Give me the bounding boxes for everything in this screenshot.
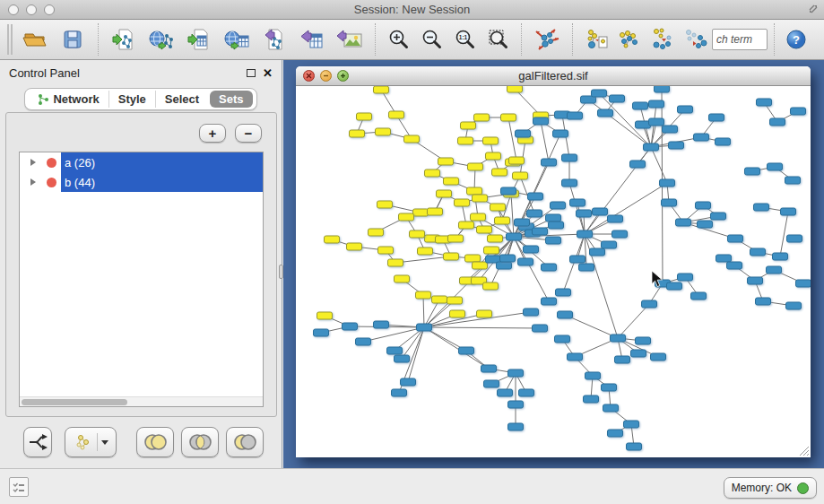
graph-node-yellow[interactable] [325, 236, 340, 243]
graph-node-blue[interactable] [507, 233, 522, 240]
tab-network[interactable]: Network [29, 91, 108, 108]
graph-node-blue[interactable] [343, 323, 358, 330]
add-set-button[interactable]: + [199, 124, 226, 143]
graph-node-blue[interactable] [636, 121, 651, 128]
graph-node-blue[interactable] [630, 161, 646, 168]
graph-edge[interactable] [541, 121, 549, 162]
window-resize-icon[interactable] [808, 4, 819, 14]
graph-node-blue[interactable] [551, 202, 566, 209]
graph-node-yellow[interactable] [490, 204, 506, 211]
graph-node-yellow[interactable] [477, 226, 492, 233]
graph-node-yellow[interactable] [357, 113, 372, 120]
zoom-in-button[interactable] [382, 22, 415, 57]
import-table-file-button[interactable] [180, 22, 218, 57]
graph-node-blue[interactable] [579, 264, 594, 271]
graph-node-blue[interactable] [602, 384, 617, 391]
graph-node-blue[interactable] [497, 262, 512, 269]
graph-node-blue[interactable] [395, 355, 410, 362]
graph-node-yellow[interactable] [461, 122, 476, 129]
graph-node-blue[interactable] [516, 130, 531, 137]
graph-edge[interactable] [424, 300, 439, 327]
task-history-button[interactable] [9, 477, 29, 497]
graph-node-blue[interactable] [773, 253, 788, 260]
dropdown-arrow-icon[interactable] [101, 440, 108, 445]
graph-node-blue[interactable] [392, 389, 407, 396]
show-selection-button[interactable] [646, 22, 679, 57]
graph-node-blue[interactable] [500, 255, 516, 262]
scrollbar-thumb[interactable] [22, 399, 127, 405]
graph-node-yellow[interactable] [389, 111, 404, 118]
graph-node-yellow[interactable] [450, 310, 465, 317]
graph-node-blue[interactable] [767, 266, 782, 274]
graph-node-yellow[interactable] [473, 262, 488, 269]
graph-node-yellow[interactable] [458, 137, 473, 144]
remove-set-button[interactable]: − [235, 124, 262, 143]
float-panel-icon[interactable] [247, 69, 256, 77]
graph-node-blue[interactable] [655, 86, 670, 92]
graph-node-blue[interactable] [636, 337, 651, 344]
graph-node-yellow[interactable] [377, 201, 393, 208]
graph-node-blue[interactable] [374, 321, 389, 328]
graph-node-yellow[interactable] [507, 86, 523, 92]
graph-node-blue[interactable] [401, 378, 416, 386]
graph-node-yellow[interactable] [428, 208, 443, 215]
graph-node-blue[interactable] [546, 237, 561, 244]
graph-edge[interactable] [565, 315, 618, 338]
apply-layout-button[interactable] [528, 22, 566, 57]
graph-node-blue[interactable] [562, 154, 577, 161]
graph-node-yellow[interactable] [416, 291, 431, 299]
graph-node-blue[interactable] [585, 372, 601, 379]
graph-node-blue[interactable] [481, 365, 497, 372]
graph-node-yellow[interactable] [369, 229, 384, 236]
zoom-fit-selected-button[interactable] [481, 22, 515, 57]
graph-edge[interactable] [423, 295, 424, 327]
set-row-a[interactable]: a (26) [20, 152, 263, 172]
tab-sets[interactable]: Sets [210, 91, 252, 108]
graph-node-blue[interactable] [750, 248, 766, 256]
graph-node-blue[interactable] [558, 311, 573, 318]
graph-node-yellow[interactable] [350, 130, 365, 137]
graph-edge[interactable] [780, 212, 788, 256]
graph-node-blue[interactable] [610, 95, 625, 102]
expand-arrow-icon[interactable] [30, 178, 36, 186]
graph-node-blue[interactable] [716, 138, 731, 145]
graph-node-blue[interactable] [633, 102, 648, 109]
graph-node-blue[interactable] [787, 235, 802, 242]
network-canvas[interactable] [296, 86, 811, 457]
graph-node-yellow[interactable] [492, 169, 507, 176]
import-network-file-button[interactable] [105, 22, 143, 57]
graph-node-blue[interactable] [748, 277, 763, 284]
graph-node-blue[interactable] [356, 338, 371, 345]
graph-node-blue[interactable] [602, 241, 617, 248]
frame-close-icon[interactable] [303, 70, 315, 82]
graph-node-yellow[interactable] [471, 213, 486, 221]
graph-node-blue[interactable] [663, 126, 678, 133]
graph-node-yellow[interactable] [376, 128, 391, 135]
graph-node-blue[interactable] [612, 230, 628, 238]
graph-node-blue[interactable] [676, 219, 691, 226]
graph-node-blue[interactable] [549, 222, 564, 229]
graph-node-blue[interactable] [524, 308, 539, 316]
graph-node-blue[interactable] [678, 274, 693, 281]
graph-node-yellow[interactable] [432, 296, 447, 303]
graph-node-blue[interactable] [570, 199, 585, 206]
create-set-from-network-button[interactable] [65, 427, 117, 457]
graph-node-blue[interactable] [786, 302, 802, 309]
intersect-sets-button[interactable] [181, 427, 219, 457]
graph-node-blue[interactable] [711, 213, 726, 220]
graph-node-yellow[interactable] [513, 172, 528, 179]
save-session-button[interactable] [54, 22, 91, 57]
graph-node-yellow[interactable] [399, 213, 414, 221]
graph-node-blue[interactable] [649, 118, 664, 126]
graph-edge[interactable] [408, 327, 424, 382]
graph-node-yellow[interactable] [425, 169, 440, 177]
network-graph[interactable] [296, 86, 811, 457]
graph-node-blue[interactable] [649, 100, 664, 108]
tab-select[interactable]: Select [155, 91, 208, 108]
graph-node-blue[interactable] [562, 179, 577, 187]
graph-edge[interactable] [424, 327, 489, 369]
graph-node-blue[interactable] [590, 248, 605, 256]
graph-node-blue[interactable] [508, 401, 524, 408]
graph-node-blue[interactable] [691, 292, 707, 300]
graph-node-blue[interactable] [584, 395, 599, 403]
